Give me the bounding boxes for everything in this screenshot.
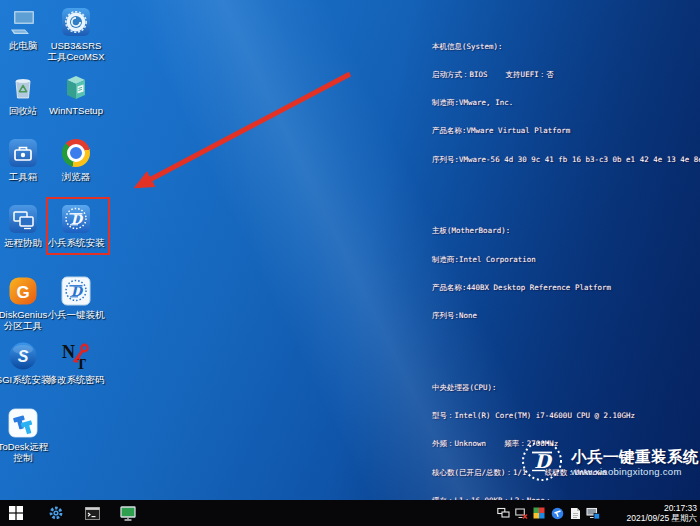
recycle-bin-icon xyxy=(8,72,38,102)
desktop-wallpaper: 此电脑 USB3&SRS工具CeoMSX 回收站 WinNTSetup 工具箱 … xyxy=(0,0,700,526)
tray-disconnected-icon[interactable] xyxy=(514,500,528,526)
clock-date: 2021/09/25 星期六 xyxy=(605,513,697,523)
sysinfo-line: 序列号:VMware-56 4d 30 9c 41 fb 16 b3-c3 0b… xyxy=(432,155,698,164)
icon-label: 远程协助 xyxy=(4,237,42,248)
desktop-icon-remote-assist[interactable]: 远程协助 xyxy=(0,204,51,248)
icon-label: 修改系统密码 xyxy=(48,374,105,385)
desktop-icon-winntsetup[interactable]: WinNTSetup xyxy=(48,72,104,116)
this-pc-icon xyxy=(8,7,38,37)
command-prompt-icon xyxy=(85,507,100,520)
icon-label: 此电脑 xyxy=(9,40,38,51)
watermark-brand-text: 小兵一键重装系统 xyxy=(571,448,699,466)
taskbar-button-ceomsx-tool[interactable] xyxy=(40,500,72,526)
desktop-icon-toolbox[interactable]: 工具箱 xyxy=(0,138,51,182)
svg-text:S: S xyxy=(18,348,29,365)
usb3srs-tool-icon xyxy=(61,7,91,37)
desktop-icon-xiaobing-install[interactable]: D 小兵系统安装 xyxy=(48,204,104,248)
tray-document-icon[interactable] xyxy=(568,500,582,526)
desktop-icon-change-password[interactable]: NT 修改系统密码 xyxy=(48,341,104,385)
windows-logo-icon xyxy=(9,506,23,520)
sgi-install-icon: S xyxy=(8,341,38,371)
nt-password-icon: NT xyxy=(61,341,91,371)
icon-label: 工具箱 xyxy=(9,171,38,182)
sysinfo-section-system: 本机信息(System): 启动方式：BIOS 支持UEFI：否 制造商:VMw… xyxy=(432,23,698,183)
icon-label: 回收站 xyxy=(9,105,38,116)
sysinfo-line: 型号：Intel(R) Core(TM) i7-4600U CPU @ 2.10… xyxy=(432,411,698,420)
icon-label: USB3&SRS xyxy=(48,40,105,51)
icon-label: 小兵一键装机 xyxy=(48,309,105,320)
sysinfo-title: 主板(MotherBoard): xyxy=(432,226,698,235)
sysinfo-line: 制造商:VMware, Inc. xyxy=(432,98,698,107)
xiaobing-install-icon: D xyxy=(61,204,91,234)
sysinfo-line: 制造商:Intel Corporation xyxy=(432,255,698,264)
icon-label: DiskGenius xyxy=(0,309,47,320)
sysinfo-line: 产品名称:440BX Desktop Reference Platform xyxy=(432,283,698,292)
icon-label: SGI系统安装 xyxy=(0,374,50,385)
desktop-icon-usb3srs-tool[interactable]: USB3&SRS工具CeoMSX xyxy=(48,7,104,62)
tray-remote-pc-icon[interactable] xyxy=(496,500,510,526)
todesk-icon xyxy=(8,408,38,438)
system-tray xyxy=(496,500,600,526)
brand-watermark: D 小兵一键重装系统 www.xiaobingxitong.com xyxy=(520,439,699,487)
desktop-icon-recycle-bin[interactable]: 回收站 xyxy=(0,72,51,116)
sysinfo-line: 产品名称:VMware Virtual Platform xyxy=(432,126,698,135)
taskbar-button-command-prompt[interactable] xyxy=(76,500,108,526)
taskbar: 20:17:33 2021/09/25 星期六 xyxy=(0,500,700,526)
desktop-icon-xiaobing-onekey[interactable]: D 小兵一键装机 xyxy=(48,276,104,320)
toolbox-icon xyxy=(8,138,38,168)
desktop-icon-todesk[interactable]: ToDesk远程控制 xyxy=(0,408,51,463)
start-button[interactable] xyxy=(0,500,32,526)
tray-pc-share-icon[interactable] xyxy=(586,500,600,526)
desktop-icon-diskgenius[interactable]: G DiskGenius分区工具 xyxy=(0,276,51,331)
desktop-icon-this-pc[interactable]: 此电脑 xyxy=(0,7,51,51)
sysinfo-line: 启动方式：BIOS 支持UEFI：否 xyxy=(432,70,698,79)
watermark-url: www.xiaobingxitong.com xyxy=(571,466,699,478)
clock-time: 20:17:33 xyxy=(605,503,697,513)
desktop-icon-browser[interactable]: 浏览器 xyxy=(48,138,104,182)
tray-color-manager-icon[interactable] xyxy=(532,500,546,526)
xiaobing-logo-icon: D xyxy=(520,439,564,487)
taskbar-button-network-pc[interactable] xyxy=(112,500,144,526)
sysinfo-line: 序列号:None xyxy=(432,311,698,320)
icon-label: WinNTSetup xyxy=(49,105,103,116)
sysinfo-section-motherboard: 主板(MotherBoard): 制造商:Intel Corporation 产… xyxy=(432,208,698,340)
computer-green-screen-icon xyxy=(120,506,136,521)
diskgenius-icon: G xyxy=(8,276,38,306)
tray-todesk-icon[interactable] xyxy=(550,500,564,526)
icon-label: 浏览器 xyxy=(62,171,91,182)
icon-label: 小兵系统安装 xyxy=(48,237,105,248)
sysinfo-title: 本机信息(System): xyxy=(432,42,698,51)
sysinfo-title: 中央处理器(CPU): xyxy=(432,383,698,392)
winntsetup-icon xyxy=(61,72,91,102)
xiaobing-onekey-icon: D xyxy=(61,276,91,306)
remote-assist-icon xyxy=(8,204,38,234)
icon-label: ToDesk远程 xyxy=(0,441,48,452)
taskbar-clock[interactable]: 20:17:33 2021/09/25 星期六 xyxy=(605,500,697,526)
desktop-icon-sgi-install[interactable]: S SGI系统安装 xyxy=(0,341,51,385)
chrome-browser-icon xyxy=(61,138,91,168)
svg-text:N: N xyxy=(62,342,75,362)
blue-gear-icon xyxy=(48,505,64,521)
svg-text:G: G xyxy=(16,283,29,302)
